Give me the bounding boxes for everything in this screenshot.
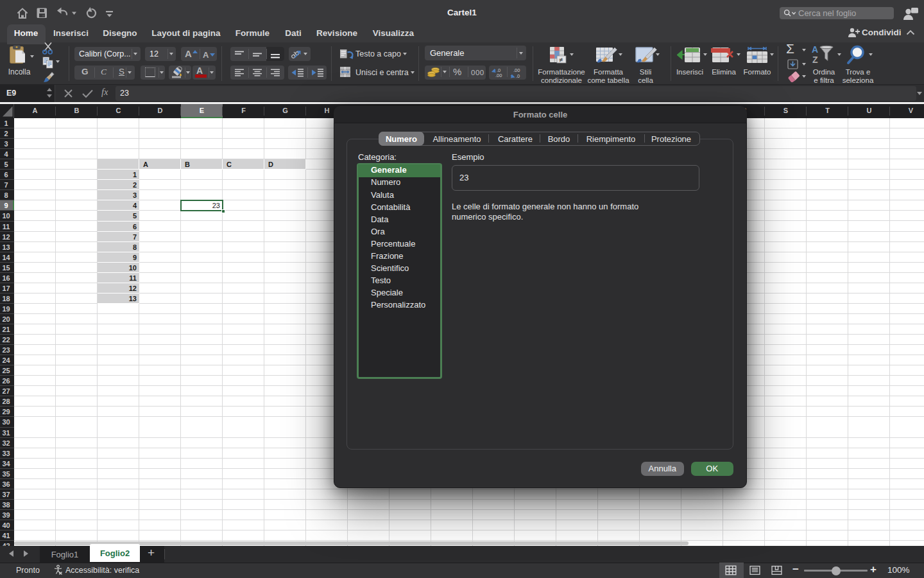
- svg-text:≠: ≠: [559, 56, 563, 64]
- svg-text:A: A: [812, 44, 818, 55]
- svg-text:.00: .00: [513, 67, 520, 73]
- svg-text:.00: .00: [495, 73, 502, 78]
- svg-text:Z: Z: [812, 55, 818, 64]
- svg-text:.0: .0: [516, 73, 520, 78]
